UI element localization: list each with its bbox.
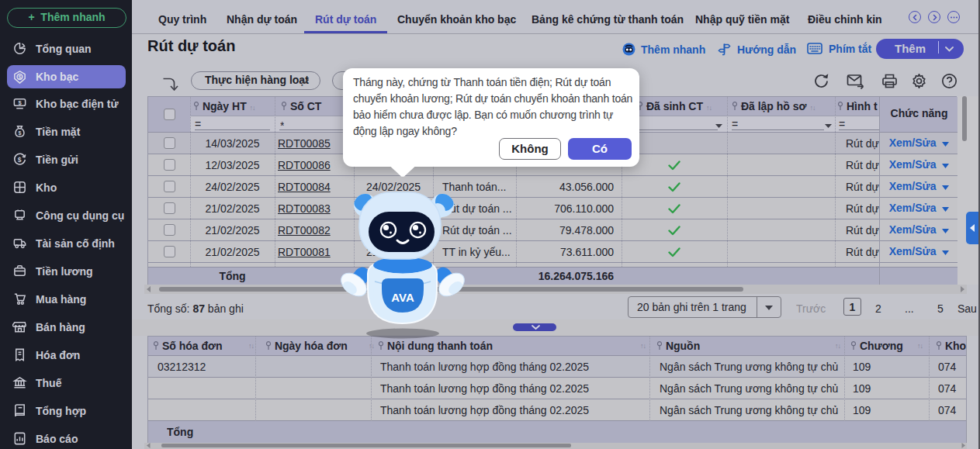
svg-text:$: $ [19,130,22,136]
svg-text:$: $ [18,99,22,106]
svg-text:AVA: AVA [391,291,414,304]
svg-text:$: $ [18,156,22,164]
